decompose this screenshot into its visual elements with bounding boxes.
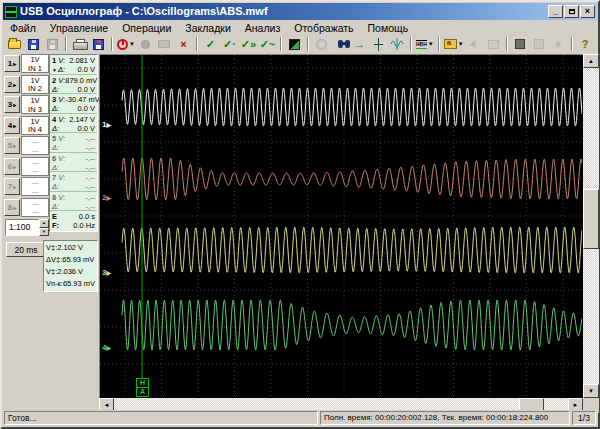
channel-7-button[interactable]: 7▸ <box>4 178 20 195</box>
accept-next-button[interactable]: ✓· <box>220 36 239 53</box>
pointer-gray-icon <box>470 40 479 49</box>
channel-6-scale-select[interactable]: ------ <box>21 157 49 176</box>
toolbar: ▼×✓✓·✓»✓~→НВН▼▼×? <box>3 35 597 53</box>
snapshot-button[interactable] <box>155 36 174 53</box>
channel-4-scale-select[interactable]: 1VIN 4 <box>21 116 49 135</box>
channel-5-scale-select[interactable]: ------ <box>21 136 49 155</box>
close-button[interactable]: × <box>580 5 595 18</box>
arrow-green-icon: → <box>354 39 365 50</box>
oscilloscope-plot[interactable]: Н А 1▶2▶3▶4▶ <box>99 54 583 398</box>
delete-record-button[interactable]: × <box>174 36 193 53</box>
web-button[interactable] <box>312 36 331 53</box>
channel-4-marker[interactable]: 4▶ <box>102 343 111 353</box>
question-icon: ? <box>582 39 589 50</box>
goto-position-button[interactable]: → <box>350 36 369 53</box>
menu-item-2[interactable]: Управление <box>43 21 115 35</box>
dropdown-arrow-icon: ▼ <box>428 41 434 47</box>
save-image-button[interactable] <box>89 36 108 53</box>
units-mode-icon: НВН <box>416 40 427 49</box>
check-icon: ✓ <box>206 39 215 50</box>
labels-mode-button[interactable]: ▼ <box>443 36 465 53</box>
channel-6-readout: 6 V:-,--Δ:-,-- <box>50 153 97 173</box>
save-all-button[interactable] <box>43 36 62 53</box>
menu-item-6[interactable]: Отображать <box>287 21 360 35</box>
menu-item-1[interactable]: Файл <box>3 21 43 35</box>
x-red-icon: × <box>180 39 186 50</box>
channel-5-button[interactable]: 5▸ <box>4 137 20 154</box>
record-button[interactable] <box>136 36 155 53</box>
menu-item-3[interactable]: Операции <box>115 21 178 35</box>
timebase-button[interactable]: 20 ms <box>6 242 46 257</box>
channel-8-scale-select[interactable]: ------ <box>21 198 49 217</box>
floppy-pic-icon <box>93 39 104 50</box>
scroll-down-button[interactable]: ▼ <box>583 384 599 398</box>
toolbar-separator <box>438 37 440 51</box>
toolbar-separator <box>571 37 573 51</box>
print-button[interactable] <box>70 36 89 53</box>
measurement-line: V‡:2.102 V <box>46 242 95 254</box>
accept-all-button[interactable]: ✓» <box>239 36 258 53</box>
channel-4-button[interactable]: 4▸ <box>4 117 20 134</box>
channel-8-button[interactable]: 8▸ <box>4 199 20 216</box>
save-file-button[interactable] <box>24 36 43 53</box>
channel-3-scale-select[interactable]: 1VIN 3 <box>21 95 49 114</box>
channel-1-marker[interactable]: 1▶ <box>102 120 111 130</box>
scroll-up-button[interactable]: ▲ <box>583 54 599 68</box>
channel-1-scale-select[interactable]: 1VIN 1 <box>21 54 49 73</box>
accept-wave-button[interactable]: ✓~ <box>258 36 277 53</box>
check-dot-icon: ✓· <box>223 39 236 50</box>
channel-2-scale-select[interactable]: 1VIN 2 <box>21 75 49 94</box>
toolbar-separator <box>410 37 412 51</box>
channel-input-value: IN 1 <box>22 65 48 74</box>
invert-display-button[interactable] <box>285 36 304 53</box>
channel-4-readout: 4 V:2.147 VΔ:0.0 V <box>50 114 97 134</box>
overlay-button[interactable] <box>530 36 549 53</box>
divider-ratio-value[interactable]: 1:100 <box>5 219 39 236</box>
minimize-button[interactable]: _ <box>548 5 563 18</box>
open-file-button[interactable] <box>5 36 24 53</box>
menu-item-7[interactable]: Помощь <box>361 21 416 35</box>
cursor-flag[interactable]: Н А <box>136 378 149 397</box>
units-mode-button[interactable]: НВН▼ <box>415 36 435 53</box>
frame-tool-button[interactable] <box>484 36 503 53</box>
waveform-cursor-button[interactable] <box>388 36 407 53</box>
counters-readout: E0.0 sF:0.0 Hz <box>50 211 97 231</box>
x-gray-icon: × <box>555 39 561 50</box>
dropdown-arrow-icon: ▼ <box>458 41 464 47</box>
channel-7-readout: 7 V:-,--Δ:-,-- <box>50 172 97 192</box>
toolbar-separator <box>307 37 309 51</box>
toolbar-separator <box>65 37 67 51</box>
pointer-tool-button[interactable] <box>465 36 484 53</box>
color-box-button[interactable] <box>511 36 530 53</box>
vertical-scrollbar[interactable]: ▲ ▼ <box>583 54 599 398</box>
menu-item-5[interactable]: Анализ <box>238 21 287 35</box>
restore-button[interactable] <box>564 5 579 18</box>
dropdown-arrow-icon: ▼ <box>129 41 135 47</box>
ratio-down-button[interactable]: ▼ <box>39 228 49 237</box>
vertical-scroll-thumb[interactable] <box>583 189 599 249</box>
clear-button[interactable]: × <box>549 36 568 53</box>
abc-icon <box>444 39 457 49</box>
help-button[interactable]: ? <box>576 36 595 53</box>
title-bar: USB Осциллограф - C:\Oscillograms\ABS.mw… <box>3 3 597 20</box>
wave-cursor-icon <box>390 38 404 50</box>
floppy-gray-icon <box>47 39 58 50</box>
channel-6-button[interactable]: 6▸ <box>4 158 20 175</box>
vertical-cursor-button[interactable] <box>369 36 388 53</box>
search-button[interactable] <box>331 36 350 53</box>
check-double-icon: ✓» <box>241 39 256 50</box>
channel-1-button[interactable]: 1▸ <box>4 55 20 72</box>
square-dark-icon <box>515 39 525 49</box>
channel-3-marker[interactable]: 3▶ <box>102 268 111 278</box>
channel-2-marker[interactable]: 2▶ <box>102 193 111 203</box>
toolbar-separator <box>506 37 508 51</box>
channel-2-button[interactable]: 2▸ <box>4 76 20 93</box>
accept-button[interactable]: ✓ <box>201 36 220 53</box>
channel-7-scale-select[interactable]: ------ <box>21 177 49 196</box>
channel-3-button[interactable]: 3▸ <box>4 96 20 113</box>
menu-item-4[interactable]: Закладки <box>178 21 237 35</box>
ratio-up-button[interactable]: ▲ <box>39 219 49 228</box>
power-button[interactable]: ▼ <box>116 36 136 53</box>
channel-3-readout: 3 V:-30.47 mVΔ:0.0 V <box>50 94 97 114</box>
app-window: USB Осциллограф - C:\Oscillograms\ABS.mw… <box>0 0 600 429</box>
